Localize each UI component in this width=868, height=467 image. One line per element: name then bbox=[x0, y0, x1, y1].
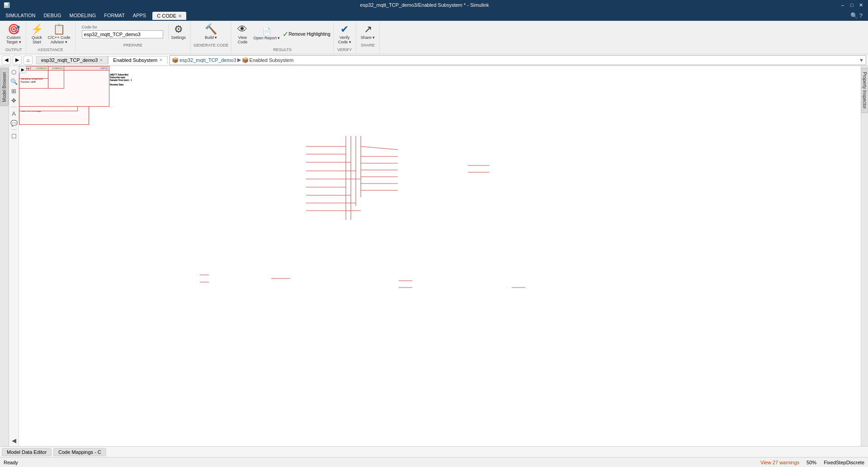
toolbar-group-assistance: ⚡ QuickStart 📋 C/C++ CodeAdvisor ▾ ASSIS… bbox=[26, 22, 75, 53]
output-group-label: OUTPUT bbox=[5, 47, 22, 52]
prepare-top-row: Code for ⚙ Settings bbox=[78, 23, 188, 41]
text-tool-button[interactable]: A bbox=[10, 109, 18, 118]
nav-home-button[interactable]: ⌂ bbox=[24, 56, 33, 65]
status-ready: Ready bbox=[4, 460, 18, 465]
build-button[interactable]: 🔨 Build ▾ bbox=[200, 23, 222, 41]
assistance-row: ⚡ QuickStart 📋 C/C++ CodeAdvisor ▾ bbox=[29, 23, 72, 46]
verify-icon: ✔ bbox=[340, 24, 349, 35]
tab-main-model[interactable]: esp32_mqtt_TCP_demo3 ✕ bbox=[36, 56, 108, 64]
zoom-fit-button[interactable]: ⊞ bbox=[10, 87, 18, 95]
tab-enabled-subsystem[interactable]: Enabled Subsystem ✕ bbox=[108, 56, 168, 64]
prepare-group-label: PREPARE bbox=[123, 43, 142, 47]
settings-icon: ⚙ bbox=[174, 24, 183, 35]
verify-group-label: VERIFY bbox=[337, 47, 352, 52]
diagram-canvas[interactable]: ▷ ▷ ▷ ▷ ▷ ▷ ▷ ▷ ▷ Masking 2 ESP32 bbox=[19, 66, 861, 446]
enabled-subsystem-tab-close[interactable]: ✕ bbox=[159, 58, 163, 62]
titlebar-controls: – □ ✕ bbox=[839, 1, 864, 9]
breadcrumb-model[interactable]: esp32_mqtt_TCP_demo3 bbox=[179, 57, 236, 63]
view-warnings-link[interactable]: View 27 warnings bbox=[760, 460, 799, 465]
verify-code-button[interactable]: ✔ VerifyCode ▾ bbox=[336, 23, 353, 46]
quick-start-button[interactable]: ⚡ QuickStart bbox=[29, 23, 45, 46]
results-row: 👁 ViewCode 📄 Open Report ▾ ✓ Remove High… bbox=[234, 23, 330, 46]
menu-simulation[interactable]: SIMULATION bbox=[2, 12, 39, 19]
search-icon: 🔍 bbox=[850, 12, 858, 19]
code-for-label: Code for bbox=[82, 25, 165, 29]
breadcrumb-subsystem: Enabled Subsystem bbox=[250, 57, 294, 63]
checkbox-tool-button[interactable]: ☐ bbox=[10, 132, 18, 140]
view-code-button[interactable]: 👁 ViewCode bbox=[234, 23, 250, 46]
generate-group-label: GENERATE CODE bbox=[193, 43, 228, 47]
share-label: Share ▾ bbox=[361, 36, 375, 40]
toolbar-group-verify: ✔ VerifyCode ▾ VERIFY bbox=[334, 22, 356, 53]
tools-divider bbox=[11, 107, 17, 107]
open-report-label: Open Report ▾ bbox=[253, 36, 280, 41]
code-for-input[interactable] bbox=[82, 30, 163, 38]
nav-back-button[interactable]: ◀ bbox=[2, 56, 11, 65]
code-mappings-tab[interactable]: Code Mappings - C bbox=[53, 448, 106, 456]
settings-label: Settings bbox=[171, 36, 186, 40]
maximize-button[interactable]: □ bbox=[848, 1, 855, 9]
collapse-button[interactable]: ▶ bbox=[19, 66, 26, 73]
ccode-tab-close[interactable]: ✕ bbox=[178, 14, 182, 19]
enabled-subsystem-tab-label: Enabled Subsystem bbox=[113, 57, 157, 63]
code-advisor-label: C/C++ CodeAdvisor ▾ bbox=[48, 36, 71, 45]
main-model-tab-close[interactable]: ✕ bbox=[99, 58, 103, 62]
menu-ccode[interactable]: C CODE ✕ bbox=[152, 12, 186, 20]
nav-forward-button[interactable]: ▶ bbox=[13, 56, 22, 65]
share-icon: ↗ bbox=[364, 24, 372, 35]
breadcrumb-expand-icon[interactable]: ▼ bbox=[859, 57, 864, 63]
close-button[interactable]: ✕ bbox=[857, 1, 864, 9]
menu-debug[interactable]: DEBUG bbox=[40, 12, 65, 19]
address-bar: ◀ ▶ ⌂ esp32_mqtt_TCP_demo3 ✕ Enabled Sub… bbox=[0, 54, 868, 66]
generate-row: 🔨 Build ▾ bbox=[200, 23, 222, 41]
toolbar-group-results: 👁 ViewCode 📄 Open Report ▾ ✓ Remove High… bbox=[231, 22, 333, 53]
help-icon: ? bbox=[859, 12, 863, 19]
verify-label: VerifyCode ▾ bbox=[338, 36, 351, 45]
open-report-icon: 📄 bbox=[262, 27, 271, 36]
zoom-in-button[interactable]: 🔍 bbox=[10, 77, 18, 85]
select-tool-button[interactable]: ⬡ bbox=[10, 68, 18, 76]
diagram-svg bbox=[19, 66, 861, 446]
verify-row: ✔ VerifyCode ▾ bbox=[336, 23, 353, 46]
comment-tool-button[interactable]: 💬 bbox=[10, 119, 18, 127]
toolbar-group-generate: 🔨 Build ▾ GENERATE CODE bbox=[191, 22, 231, 53]
tools-divider2 bbox=[11, 129, 17, 130]
menu-modeling[interactable]: MODELING bbox=[66, 12, 100, 19]
status-left: Ready bbox=[4, 460, 18, 465]
breadcrumb-bar: 📦 esp32_mqtt_TCP_demo3 ▶ 📦 Enabled Subsy… bbox=[170, 55, 866, 65]
left-sidebar: Model Browser bbox=[0, 66, 9, 446]
model-data-editor-tab[interactable]: Model Data Editor bbox=[2, 448, 52, 456]
collapse-tools-button[interactable]: ◀ bbox=[10, 436, 18, 444]
property-inspector-tab[interactable]: Property Inspector bbox=[861, 68, 868, 113]
svg-line-13 bbox=[361, 146, 398, 150]
toolbar-group-prepare: Code for ⚙ Settings PREPARE bbox=[75, 22, 191, 53]
open-report-button[interactable]: 📄 Open Report ▾ bbox=[251, 26, 282, 42]
checkmark-icon: ✓ bbox=[283, 30, 288, 38]
custom-target-button[interactable]: 🎯 CustomTarget ▾ bbox=[5, 23, 23, 46]
document-tabs: esp32_mqtt_TCP_demo3 ✕ Enabled Subsystem… bbox=[36, 56, 168, 64]
tools-panel: ⬡ 🔍 ⊞ ✥ A 💬 ☐ ◀ bbox=[9, 66, 19, 446]
build-label: Build ▾ bbox=[205, 36, 217, 40]
settings-button[interactable]: ⚙ Settings bbox=[170, 23, 188, 41]
assistance-group-label: ASSISTANCE bbox=[38, 47, 63, 52]
model-browser-tab[interactable]: Model Browser bbox=[0, 68, 9, 106]
right-sidebar: Property Inspector bbox=[861, 66, 868, 446]
code-advisor-button[interactable]: 📋 C/C++ CodeAdvisor ▾ bbox=[46, 23, 72, 46]
minimize-button[interactable]: – bbox=[839, 1, 846, 9]
toolbar-group-share: ↗ Share ▾ SHARE bbox=[356, 22, 380, 53]
menu-format[interactable]: FORMAT bbox=[100, 12, 128, 19]
remove-highlight-label[interactable]: Remove Highlighting bbox=[288, 32, 330, 37]
results-group-label: RESULTS bbox=[273, 47, 292, 52]
model-icon: 📦 bbox=[172, 57, 179, 63]
bottom-panel: Model Data Editor Code Mappings - C bbox=[0, 446, 868, 457]
view-code-label: ViewCode bbox=[238, 36, 248, 45]
pan-tool-button[interactable]: ✥ bbox=[10, 96, 18, 104]
status-right: View 27 warnings 50% FixedStepDiscrete bbox=[760, 460, 864, 465]
menu-apps[interactable]: APPS bbox=[129, 12, 150, 19]
top-far-right-1-badge: COMMON bbox=[36, 67, 47, 70]
code-for-section: Code for bbox=[78, 24, 169, 39]
share-button[interactable]: ↗ Share ▾ bbox=[359, 23, 377, 41]
custom-target-icon: 🎯 bbox=[8, 24, 20, 35]
custom-target-label: CustomTarget ▾ bbox=[6, 36, 21, 45]
zoom-display: 50% bbox=[807, 460, 816, 465]
